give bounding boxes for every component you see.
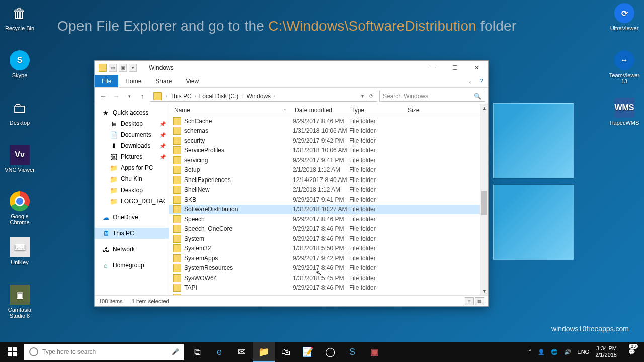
- file-row-tapi[interactable]: TAPI9/29/2017 8:46 PMFile folder: [169, 283, 488, 293]
- scroll-down-icon[interactable]: ▼: [480, 287, 488, 295]
- tab-home[interactable]: Home: [118, 75, 148, 87]
- desktop-icon-vnc-viewer[interactable]: VvVNC Viewer: [2, 145, 37, 173]
- file-row-tasks[interactable]: Tasks1/31/2018 5:45 PMFile folder: [169, 293, 488, 295]
- nav-this-pc[interactable]: 🖥This PC: [95, 228, 169, 239]
- back-button[interactable]: ←: [98, 90, 109, 102]
- desktop-icon-unikey[interactable]: ⌨UniKey: [2, 237, 37, 265]
- navigation-pane[interactable]: ★Quick access 🖥Desktop📌📄Documents📌⬇Downl…: [95, 104, 169, 295]
- desktop-icon-skype[interactable]: SSkype: [2, 50, 37, 78]
- nav-homegroup[interactable]: ⌂Homegroup: [95, 260, 169, 271]
- taskbar-chrome-icon[interactable]: ◯: [319, 342, 341, 362]
- task-view-icon[interactable]: ⧉: [186, 342, 208, 362]
- tab-view[interactable]: View: [179, 75, 206, 87]
- titlebar: ▭ ▣ ▾ Windows — ☐ ✕: [95, 61, 488, 75]
- recent-dropdown-icon[interactable]: ▾: [124, 90, 135, 102]
- crumb-local-disk[interactable]: Local Disk (C:): [198, 93, 240, 100]
- file-row-schemas[interactable]: schemas1/31/2018 10:06 AMFile folder: [169, 126, 488, 136]
- file-row-system32[interactable]: System321/31/2018 5:50 PMFile folder: [169, 244, 488, 254]
- taskbar-edge-icon[interactable]: e: [208, 342, 230, 362]
- minimize-button[interactable]: —: [422, 61, 444, 75]
- nav-network[interactable]: 🖧Network: [95, 244, 169, 255]
- search-input[interactable]: Search Windows 🔍: [379, 90, 485, 102]
- desktop-icon-hapecwms[interactable]: WMSHapecWMS: [607, 98, 642, 126]
- column-name[interactable]: Name^: [169, 107, 290, 114]
- nav-onedrive[interactable]: ☁OneDrive: [95, 212, 169, 223]
- tab-share[interactable]: Share: [148, 75, 179, 87]
- desktop-icon-camtasia-studio-8[interactable]: ▣Camtasia Studio 8: [2, 285, 37, 319]
- file-row-systemapps[interactable]: SystemApps9/29/2017 9:42 PMFile folder: [169, 253, 488, 263]
- file-row-syswow64[interactable]: SysWOW641/31/2018 5:45 PMFile folder: [169, 273, 488, 283]
- desktop-icon-desktop[interactable]: 🗀Desktop: [2, 98, 37, 126]
- desktop-icon-recycle-bin[interactable]: 🗑Recycle Bin: [2, 3, 37, 31]
- qat-properties-icon[interactable]: ▭: [109, 64, 117, 72]
- taskbar-camtasia-icon[interactable]: ▣: [363, 342, 385, 362]
- file-row-system[interactable]: System9/29/2017 8:46 PMFile folder: [169, 234, 488, 244]
- file-row-security[interactable]: security9/29/2017 9:42 PMFile folder: [169, 136, 488, 146]
- taskbar-store-icon[interactable]: 🛍: [275, 342, 297, 362]
- tray-people-icon[interactable]: 👤: [538, 349, 545, 355]
- file-row-speech[interactable]: Speech9/29/2017 8:46 PMFile folder: [169, 214, 488, 224]
- scroll-up-icon[interactable]: ▲: [480, 104, 488, 112]
- nav-quick-desktop[interactable]: 📁Desktop: [95, 185, 169, 196]
- file-row-shellexperiences[interactable]: ShellExperiences12/14/2017 8:40 AMFile f…: [169, 175, 488, 185]
- taskbar-notepad-icon[interactable]: 📝: [297, 342, 319, 362]
- maximize-button[interactable]: ☐: [444, 61, 466, 75]
- mic-icon[interactable]: 🎤: [172, 348, 179, 355]
- folder-icon: [173, 205, 181, 213]
- taskbar-search-input[interactable]: Type here to search 🎤: [24, 344, 184, 360]
- start-button[interactable]: [0, 342, 24, 362]
- taskbar-snagit-icon[interactable]: S: [341, 342, 363, 362]
- folder-icon: [173, 284, 181, 292]
- file-row-serviceprofiles[interactable]: ServiceProfiles1/31/2018 10:06 AMFile fo…: [169, 146, 488, 156]
- column-type[interactable]: Type: [346, 107, 403, 114]
- search-icon: 🔍: [474, 93, 481, 100]
- up-button[interactable]: ↑: [137, 90, 148, 102]
- file-row-systemresources[interactable]: SystemResources9/29/2017 8:46 PMFile fol…: [169, 263, 488, 274]
- vertical-scrollbar[interactable]: ▲ ▼: [480, 104, 488, 295]
- view-details-icon[interactable]: ≡: [465, 297, 474, 305]
- nav-quick-documents[interactable]: 📄Documents📌: [95, 129, 169, 140]
- view-large-icon[interactable]: ▦: [475, 297, 484, 305]
- nav-quick-logo-doi-tac-lie[interactable]: 📁LOGO_DOI_TAC_LIE: [95, 196, 169, 207]
- crumb-windows[interactable]: Windows: [245, 93, 272, 100]
- desktop-icon-teamviewer-13[interactable]: ↔TeamViewer 13: [607, 50, 642, 84]
- nav-quick-downloads[interactable]: ⬇Downloads📌: [95, 140, 169, 151]
- file-row-servicing[interactable]: servicing9/29/2017 9:41 PMFile folder: [169, 155, 488, 165]
- nav-quick-desktop[interactable]: 🖥Desktop📌: [95, 118, 169, 129]
- nav-quick-pictures[interactable]: 🖼Pictures📌: [95, 151, 169, 162]
- refresh-icon[interactable]: ⟳: [367, 93, 376, 99]
- tray-network-icon[interactable]: 🌐: [551, 349, 558, 355]
- desktop-icon-ultraviewer[interactable]: ⟳UltraViewer: [607, 3, 642, 31]
- file-row-schcache[interactable]: SchCache9/29/2017 8:46 PMFile folder: [169, 116, 488, 126]
- close-button[interactable]: ✕: [466, 61, 488, 75]
- help-icon[interactable]: ?: [475, 75, 488, 87]
- column-size[interactable]: Size: [403, 107, 488, 114]
- ribbon-expand-icon[interactable]: ⌄: [465, 75, 475, 87]
- qat-newfolder-icon[interactable]: ▣: [119, 64, 127, 72]
- nav-quick-apps-for-pc[interactable]: 📁Apps for PC: [95, 162, 169, 173]
- tray-expand-icon[interactable]: ˄: [529, 349, 532, 355]
- address-dropdown-icon[interactable]: ▾: [358, 93, 367, 99]
- file-row-speech-onecore[interactable]: Speech_OneCore9/29/2017 8:46 PMFile fold…: [169, 224, 488, 234]
- nav-quick-chu-kin[interactable]: 📁Chu Kin: [95, 173, 169, 185]
- tray-clock[interactable]: 3:34 PM2/1/2018: [595, 345, 617, 358]
- desktop-icon-google-chrome[interactable]: Google Chrome: [2, 191, 37, 225]
- ribbon-tabs: File Home Share View ⌄ ?: [95, 75, 488, 88]
- tab-file[interactable]: File: [95, 75, 118, 87]
- action-center-icon[interactable]: 💬23: [623, 342, 641, 362]
- file-row-skb[interactable]: SKB9/29/2017 9:41 PMFile folder: [169, 195, 488, 205]
- forward-button[interactable]: →: [111, 90, 122, 102]
- file-row-softwaredistribution[interactable]: SoftwareDistribution1/31/2018 10:27 AMFi…: [169, 205, 488, 215]
- qat-dropdown-icon[interactable]: ▾: [129, 64, 137, 72]
- column-date[interactable]: Date modified: [290, 107, 346, 114]
- tray-sound-icon[interactable]: 🔊: [564, 349, 571, 355]
- crumb-this-pc[interactable]: This PC: [169, 93, 193, 100]
- tray-lang[interactable]: ENG: [577, 349, 589, 355]
- nav-quick-access[interactable]: ★Quick access: [95, 107, 169, 118]
- taskbar-explorer-icon[interactable]: 📁: [253, 342, 275, 362]
- file-row-shellnew[interactable]: ShellNew2/1/2018 1:12 AMFile folder: [169, 185, 488, 195]
- address-bar[interactable]: › This PC › Local Disk (C:) › Windows › …: [150, 90, 377, 102]
- file-row-setup[interactable]: Setup2/1/2018 1:12 AMFile folder: [169, 165, 488, 175]
- taskbar-mail-icon[interactable]: ✉: [230, 342, 253, 362]
- scroll-thumb[interactable]: [481, 191, 487, 215]
